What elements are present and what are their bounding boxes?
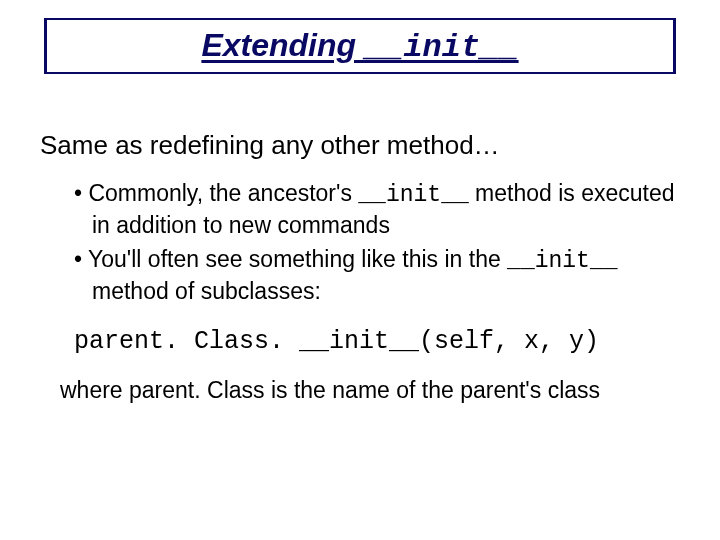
title-inner: Extending __init__ [47, 20, 673, 72]
bullet-text-mono: __init__ [507, 248, 617, 274]
bullet-dot: • [74, 180, 88, 206]
closing-paragraph: where parent. Class is the name of the p… [60, 376, 670, 406]
bullet-dot: • [74, 246, 88, 272]
title-mono: __init__ [365, 29, 519, 66]
bullet-list: • Commonly, the ancestor's __init__ meth… [74, 179, 680, 307]
title-plain: Extending [201, 27, 365, 63]
content-area: Same as redefining any other method… • C… [40, 130, 680, 405]
bullet-text-pre: Commonly, the ancestor's [88, 180, 358, 206]
slide: Extending __init__ Same as redefining an… [0, 0, 720, 540]
bullet-text-mono: __init__ [358, 182, 468, 208]
code-example: parent. Class. __init__(self, x, y) [74, 327, 680, 356]
bullet-text-post: method of subclasses: [92, 278, 321, 304]
slide-title: Extending __init__ [201, 27, 518, 66]
bullet-item: • You'll often see something like this i… [74, 245, 680, 307]
bullet-item: • Commonly, the ancestor's __init__ meth… [74, 179, 680, 241]
lead-paragraph: Same as redefining any other method… [40, 130, 680, 161]
bullet-text-pre: You'll often see something like this in … [88, 246, 507, 272]
title-box: Extending __init__ [44, 18, 676, 74]
